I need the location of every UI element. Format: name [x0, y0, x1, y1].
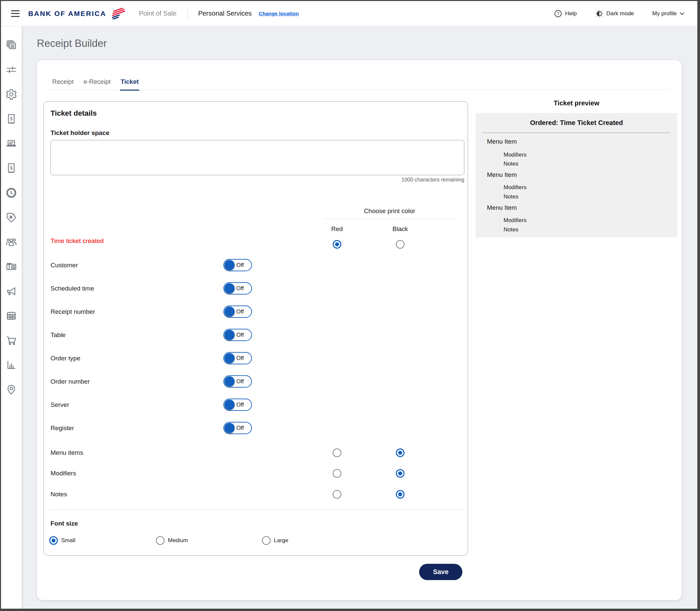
toggle-knob	[224, 307, 235, 317]
dark-mode-toggle[interactable]: Dark mode	[595, 9, 634, 18]
time-ticket-created-label: Time ticket created	[50, 237, 104, 245]
app-window: BANK OF AMERICA Point of Sale Personal S…	[0, 0, 700, 611]
bank-flag-icon	[109, 8, 127, 19]
preview-notes: Notes	[504, 226, 518, 233]
sidebar-item-settings[interactable]	[5, 88, 18, 101]
location-name: Personal Services	[198, 10, 252, 17]
hamburger-menu-icon[interactable]	[11, 10, 20, 17]
preview-notes: Notes	[504, 161, 518, 167]
server-label: Server	[50, 401, 69, 408]
sidebar-item-reports[interactable]	[5, 359, 18, 371]
modifiers-red-radio[interactable]	[333, 469, 341, 478]
gift-card-icon: $	[5, 260, 18, 273]
modifiers-black-radio[interactable]	[396, 469, 404, 478]
register-label: Register	[50, 424, 74, 432]
sidebar-item-customers[interactable]	[5, 236, 18, 248]
sidebar-item-tables[interactable]	[5, 310, 18, 322]
sidebar-item-gift-cards[interactable]: $	[5, 260, 18, 273]
sidebar-item-orders[interactable]	[5, 334, 18, 347]
toggle-knob	[224, 260, 235, 270]
customers-icon	[5, 236, 18, 248]
customer-toggle[interactable]: Off	[223, 259, 252, 271]
sidebar-item-pages[interactable]	[5, 39, 18, 51]
laptop-icon	[5, 137, 18, 150]
font-size-small-label: Small	[61, 537, 75, 544]
menu-items-black-radio[interactable]	[396, 448, 404, 457]
ticket-preview-title: Ticket preview	[476, 100, 677, 107]
time-ticket-red-radio[interactable]	[333, 240, 341, 249]
column-header-black: Black	[384, 225, 417, 233]
order-number-label: Order number	[50, 378, 90, 385]
svg-text:$: $	[10, 165, 13, 170]
font-size-large-radio[interactable]	[262, 536, 271, 545]
server-toggle[interactable]: Off	[223, 399, 252, 411]
left-nav-sidebar: $ $	[1, 26, 21, 609]
notes-red-radio[interactable]	[333, 490, 341, 498]
dark-mode-icon	[595, 9, 604, 18]
ticket-holder-space-input[interactable]	[50, 140, 464, 175]
font-size-label: Font size	[50, 520, 78, 527]
ticket-preview-box: Ordered: Time Ticket Created Menu Item M…	[476, 113, 677, 237]
scheduled-time-toggle[interactable]: Off	[223, 282, 252, 295]
save-button[interactable]: Save	[419, 564, 462, 580]
choose-print-color-title: Choose print color	[340, 207, 440, 215]
receipt-number-toggle[interactable]: Off	[223, 306, 252, 318]
preview-heading: Ordered: Time Ticket Created	[476, 119, 677, 126]
dark-mode-label: Dark mode	[606, 10, 634, 17]
chevron-down-icon	[680, 12, 685, 15]
location-pin-icon	[5, 383, 18, 396]
menu-items-red-radio[interactable]	[333, 448, 341, 457]
font-size-medium-radio[interactable]	[156, 536, 165, 545]
panel-title: Ticket details	[50, 109, 97, 118]
sidebar-item-register-device[interactable]	[5, 137, 18, 150]
scheduled-time-label: Scheduled time	[50, 285, 94, 292]
sidebar-item-history[interactable]	[5, 187, 18, 199]
receipt-number-label: Receipt number	[50, 308, 95, 315]
sidebar-item-filters[interactable]	[5, 63, 18, 76]
top-header: BANK OF AMERICA Point of Sale Personal S…	[1, 1, 697, 26]
sidebar-item-locations[interactable]	[5, 383, 18, 396]
svg-text:?: ?	[557, 11, 560, 16]
sidebar-item-discounts[interactable]	[5, 211, 18, 224]
toggle-knob	[224, 330, 235, 340]
print-color-underline	[324, 219, 457, 219]
preview-menu-item: Menu Item	[487, 204, 517, 211]
svg-text:$: $	[12, 265, 14, 269]
change-location-link[interactable]: Change location	[258, 11, 299, 17]
app-name: Point of Sale	[139, 10, 177, 17]
sidebar-item-invoices[interactable]: $	[5, 162, 18, 175]
preview-notes: Notes	[504, 193, 518, 200]
sidebar-item-marketing[interactable]	[5, 285, 18, 298]
tab-e-receipt[interactable]: e-Receipt	[83, 77, 111, 91]
help-button[interactable]: ? Help	[554, 9, 577, 18]
sidebar-item-sales-receipts[interactable]: $	[5, 113, 18, 125]
customer-label: Customer	[50, 262, 78, 269]
order-type-toggle[interactable]: Off	[223, 352, 252, 364]
menu-items-label: Menu items	[50, 449, 83, 457]
table-toggle[interactable]: Off	[223, 329, 252, 341]
filters-icon	[5, 63, 18, 76]
tab-bar: Receipt e-Receipt Ticket	[51, 77, 139, 91]
help-icon: ?	[554, 9, 562, 18]
toggle-knob	[224, 353, 235, 363]
font-size-small-radio[interactable]	[49, 536, 58, 545]
tab-ticket[interactable]: Ticket	[120, 77, 139, 91]
brand-logo-text: BANK OF AMERICA	[28, 10, 106, 18]
page-title: Receipt Builder	[37, 38, 107, 49]
tab-receipt[interactable]: Receipt	[51, 77, 74, 91]
order-type-label: Order type	[50, 355, 80, 362]
profile-menu[interactable]: My profile	[652, 10, 685, 17]
header-divider	[188, 7, 188, 20]
help-label: Help	[565, 10, 577, 17]
svg-text:$: $	[10, 116, 13, 121]
receipt-dollar-icon: $	[5, 113, 18, 125]
stacked-pages-icon	[5, 39, 18, 51]
register-toggle[interactable]: Off	[223, 422, 252, 434]
preview-menu-item: Menu Item	[487, 171, 517, 179]
notes-label: Notes	[50, 491, 67, 498]
order-number-toggle[interactable]: Off	[223, 375, 252, 388]
time-ticket-black-radio[interactable]	[396, 240, 404, 249]
preview-modifiers: Modifiers	[504, 217, 526, 224]
table-grid-icon	[5, 310, 18, 322]
notes-black-radio[interactable]	[396, 490, 404, 498]
